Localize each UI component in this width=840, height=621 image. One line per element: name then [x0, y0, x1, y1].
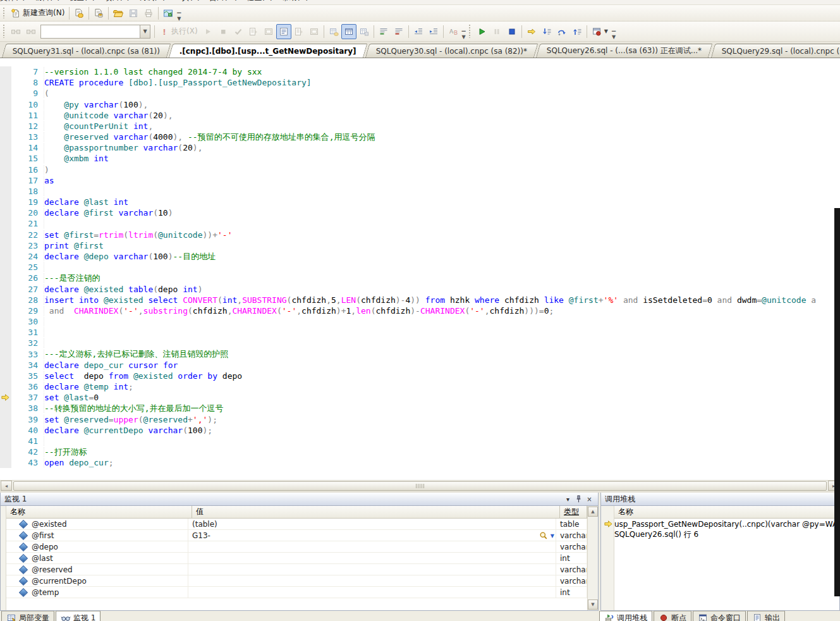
callstack-panel-titlebar[interactable]: 调用堆栈 [601, 493, 839, 506]
indicator-margin[interactable] [0, 436, 11, 446]
display-estimated-plan-icon[interactable] [246, 24, 261, 39]
code-editor[interactable]: 7--version 1.1.0 last changed 2014-7-4 b… [0, 58, 840, 480]
panel-tab-命令窗口[interactable]: 命令窗口 [693, 611, 746, 621]
code-line[interactable]: 29 and CHARINDEX('-',substring(chfdizh,C… [0, 305, 840, 316]
indicator-margin[interactable] [0, 121, 11, 132]
code-line[interactable]: 41 [0, 436, 840, 446]
watch-col-name[interactable]: 名称 [6, 506, 192, 518]
indicator-margin[interactable] [0, 262, 11, 273]
chevron-down-icon[interactable]: ▼ [604, 28, 608, 34]
code-line[interactable]: 36declare @temp int; [0, 381, 840, 392]
menu-item[interactable]: 文件(F) [0, 0, 25, 2]
indicator-margin[interactable] [0, 99, 11, 110]
step-out-icon[interactable] [569, 24, 585, 39]
watch-row[interactable]: @tempint [6, 587, 587, 598]
toolbar-overflow-button[interactable]: ▔▼ [461, 25, 467, 39]
scroll-left-button[interactable]: ◂ [1, 481, 12, 491]
indicator-margin[interactable] [0, 295, 11, 305]
watch-row[interactable]: @reservedvarchar [6, 564, 587, 575]
step-into-icon[interactable] [539, 24, 554, 39]
menu-item[interactable]: 社区(C) [247, 0, 273, 2]
indicator-margin[interactable] [0, 175, 11, 186]
document-tab[interactable]: SQLQuery29.sql - (local).cnpc (sa (80))* [710, 44, 840, 58]
code-line[interactable]: 20declare @first varchar(10) [0, 207, 840, 218]
watch-row[interactable]: @firstG13-▼varchar [6, 530, 587, 541]
indicator-margin[interactable] [0, 273, 11, 283]
watch-vscrollbar[interactable]: ▲ ▼ [587, 506, 598, 610]
code-line[interactable]: 9( [0, 88, 840, 99]
watch-variable-name[interactable]: @temp [6, 587, 188, 598]
code-line[interactable]: 11 @unitcode varchar(20), [0, 110, 840, 121]
indicator-margin[interactable] [0, 414, 11, 425]
close-icon[interactable]: × [585, 495, 594, 504]
code-line[interactable]: 38--转换预留的地址的大小写,并在最后加一个逗号 [0, 403, 840, 414]
indicator-margin[interactable] [0, 403, 11, 414]
menu-items[interactable]: 文件(F)编辑(E)视图(V)项目(P)调试(D)工具(T)窗口(W)社区(C)… [0, 0, 840, 3]
callstack-frame-row[interactable]: SQLQuery26.sql() 行 6 [614, 529, 839, 540]
panel-tab-输出[interactable]: 输出 [747, 611, 785, 621]
indicator-margin[interactable] [0, 88, 11, 99]
watch-col-value[interactable]: 值 [192, 506, 560, 518]
indicator-margin[interactable] [0, 110, 11, 121]
watch-variable-name[interactable]: @depo [6, 541, 188, 552]
watch-row[interactable]: @existed(table)table [6, 519, 587, 530]
indicator-margin[interactable] [0, 392, 11, 403]
toolbar-grip[interactable] [469, 25, 472, 39]
break-all-icon[interactable] [489, 24, 504, 39]
editor-hscrollbar[interactable]: ◂ ▸ [0, 480, 840, 491]
hscroll-thumb[interactable] [13, 481, 827, 491]
code-line[interactable]: 24declare @depo varchar(100)--目的地址 [0, 251, 840, 262]
indicator-margin[interactable] [0, 305, 11, 316]
code-line[interactable]: 14 @passportnumber varchar(20), [0, 142, 840, 153]
scroll-up-button[interactable]: ▲ [588, 507, 598, 517]
menu-item[interactable]: 视图(V) [69, 0, 95, 2]
change-connection-icon[interactable] [23, 24, 39, 39]
menu-item[interactable]: 工具(T) [174, 0, 200, 2]
indicator-margin[interactable] [0, 66, 11, 77]
code-line[interactable]: 12 @countPerUnit int, [0, 121, 840, 132]
indicator-margin[interactable] [0, 230, 11, 240]
code-line[interactable]: 13 @reserved varchar(4000), --预留的不可使用的存放… [0, 132, 840, 142]
chevron-down-icon[interactable]: ▼ [140, 25, 150, 38]
menu-item[interactable]: 编辑(E) [34, 0, 60, 2]
code-line[interactable]: 31 [0, 327, 840, 338]
indicator-margin[interactable] [0, 348, 11, 359]
code-line[interactable]: 26---是否注销的 [0, 273, 840, 283]
watch-variable-value[interactable] [188, 553, 556, 563]
document-tab[interactable]: SQLQuery31.sql - (local).cnpc (sa (81)) [2, 44, 171, 58]
open-file-icon[interactable] [111, 6, 126, 21]
debug-icon[interactable] [200, 24, 216, 39]
new-analysis-query-icon[interactable] [91, 6, 106, 21]
indicator-margin[interactable] [0, 327, 11, 338]
execute-button[interactable]: !执行(X) [157, 24, 200, 39]
indicator-margin[interactable] [0, 207, 11, 218]
toolbar-overflow-button[interactable]: ▔▼ [176, 6, 182, 20]
indicator-margin[interactable] [0, 457, 11, 468]
indicator-margin[interactable] [0, 251, 11, 262]
watch-variable-name[interactable]: @reserved [6, 564, 188, 575]
watch-row[interactable]: @lastint [6, 553, 587, 564]
watch-row[interactable]: @currentDepovarchar [6, 575, 587, 587]
continue-button[interactable] [474, 24, 489, 39]
code-line[interactable]: 17as [0, 175, 840, 186]
activity-monitor-icon[interactable] [161, 6, 176, 21]
code-line[interactable]: 7--version 1.1.0 last changed 2014-7-4 b… [0, 66, 840, 77]
indicator-margin[interactable] [0, 316, 11, 327]
code-line[interactable]: 16) [0, 164, 840, 175]
code-line[interactable]: 37set @last=0 [0, 392, 840, 403]
results-to-grid-icon[interactable] [341, 24, 356, 39]
watch-variable-value[interactable] [188, 541, 556, 552]
indicator-margin[interactable] [0, 446, 11, 457]
indicator-margin[interactable] [0, 186, 11, 197]
indicator-margin[interactable] [0, 360, 11, 371]
code-line[interactable]: 40declare @currentDepo varchar(100); [0, 425, 840, 436]
watch-variable-value[interactable] [188, 575, 556, 586]
watch-variable-value[interactable]: G13-▼ [188, 530, 556, 541]
code-line[interactable]: 43open depo_cur; [0, 457, 840, 468]
menu-item[interactable]: 调试(D) [138, 0, 166, 2]
code-line[interactable]: 22set @first=rtrim(ltrim(@unitcode))+'-' [0, 230, 840, 240]
watch-variable-value[interactable] [188, 564, 556, 575]
print-icon[interactable] [141, 6, 156, 21]
stop-debugging-icon[interactable] [504, 24, 520, 39]
panel-tab-局部变量[interactable]: 局部变量 [1, 611, 54, 621]
